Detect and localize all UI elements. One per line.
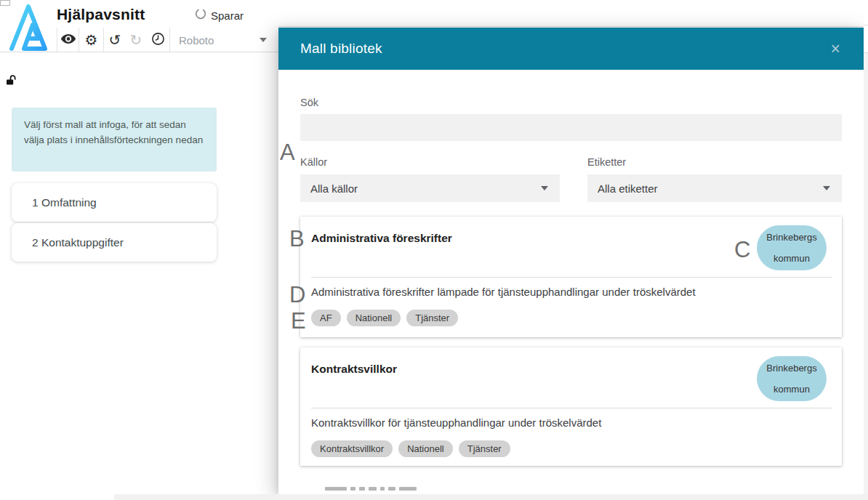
tag-badge: Nationell	[398, 440, 453, 457]
redo-icon: ↻	[130, 33, 142, 47]
saving-status: Sparar	[195, 8, 244, 23]
tag-badge: Tjänster	[406, 310, 458, 326]
annotation-letter-b: B	[289, 227, 305, 250]
chevron-down-icon	[541, 186, 548, 190]
sources-filter-select[interactable]: Alla källor	[300, 174, 560, 202]
source-badge: Brinkebergs kommun	[757, 356, 827, 401]
sources-filter-value: Alla källor	[310, 182, 358, 195]
redo-button[interactable]: ↻	[126, 28, 146, 52]
page-edge-sliver	[864, 0, 868, 500]
info-message: Välj först mall att infoga, för att seda…	[12, 108, 217, 172]
close-icon[interactable]: ×	[831, 41, 840, 57]
modal-title: Mall bibliotek	[300, 41, 382, 57]
annotation-letter-e: E	[291, 310, 306, 332]
tag-badge: Nationell	[347, 310, 401, 326]
header-divider	[0, 52, 278, 52]
template-library-modal: Mall bibliotek × Sök Källor Etiketter Al…	[278, 28, 864, 494]
clipped-template-title	[325, 487, 417, 491]
template-title: Administrativa föreskrifter	[311, 232, 452, 245]
toc-item-kontaktuppgifter[interactable]: 2 Kontaktuppgifter	[12, 223, 217, 262]
eye-icon	[60, 33, 76, 47]
search-label: Sök	[300, 97, 318, 108]
font-family-value: Roboto	[179, 34, 214, 47]
card-divider	[311, 408, 832, 408]
top-divider	[278, 26, 868, 27]
template-card-administrativa-foreskrifter[interactable]: Administrativa föreskrifter Brinkebergs …	[300, 217, 842, 337]
labels-filter-label: Etiketter	[587, 156, 626, 168]
source-badge: Brinkebergs kommun	[757, 225, 827, 270]
annotation-letter-a: A	[280, 141, 295, 164]
card-divider	[311, 277, 832, 278]
tag-badge: Kontraktsvillkor	[311, 440, 393, 457]
editor-toolbar: ⚙ ↺ ↻ Roboto	[57, 28, 276, 52]
saving-status-label: Sparar	[211, 9, 244, 22]
chevron-down-icon	[260, 38, 267, 42]
history-clock-icon	[151, 32, 165, 49]
template-description: Kontraktsvillkor för tjänsteupphandlinga…	[311, 416, 601, 429]
template-tags: AF Nationell Tjänster	[311, 310, 458, 326]
sources-filter-label: Källor	[300, 156, 327, 168]
template-description: Administrativa föreskrifter lämpade för …	[311, 286, 696, 298]
font-family-select[interactable]: Roboto	[169, 28, 276, 52]
template-title: Kontraktsvillkor	[311, 363, 397, 376]
chevron-down-icon	[823, 186, 830, 190]
page-title: Hjälpavsnitt	[57, 6, 145, 23]
gear-icon: ⚙	[85, 33, 98, 47]
history-button[interactable]	[146, 28, 169, 52]
settings-button[interactable]: ⚙	[79, 28, 103, 52]
undo-button[interactable]: ↺	[103, 28, 126, 52]
search-input[interactable]	[300, 114, 842, 141]
template-tags: Kontraktsvillkor Nationell Tjänster	[311, 440, 510, 457]
tag-badge: Tjänster	[459, 440, 510, 457]
unlock-toggle[interactable]	[6, 74, 17, 86]
annotation-letter-d: D	[289, 283, 305, 306]
preview-button[interactable]	[57, 28, 79, 52]
labels-filter-value: Alla etiketter	[598, 182, 658, 195]
tag-badge: AF	[311, 310, 341, 326]
annotation-letter-c: C	[734, 238, 750, 261]
toc-item-label: 2 Kontaktuppgifter	[32, 236, 124, 249]
toc-item-omfattning[interactable]: 1 Omfattning	[12, 183, 217, 222]
page-bottom-strip	[114, 494, 868, 500]
app-logo-icon	[9, 4, 48, 52]
undo-icon: ↺	[109, 33, 121, 47]
template-card-kontraktsvillkor[interactable]: Kontraktsvillkor Brinkebergs kommun Kont…	[300, 347, 842, 466]
modal-header: Mall bibliotek ×	[278, 28, 864, 70]
labels-filter-select[interactable]: Alla etiketter	[587, 174, 842, 202]
toc-item-label: 1 Omfattning	[32, 196, 97, 209]
spinner-icon	[195, 8, 206, 23]
